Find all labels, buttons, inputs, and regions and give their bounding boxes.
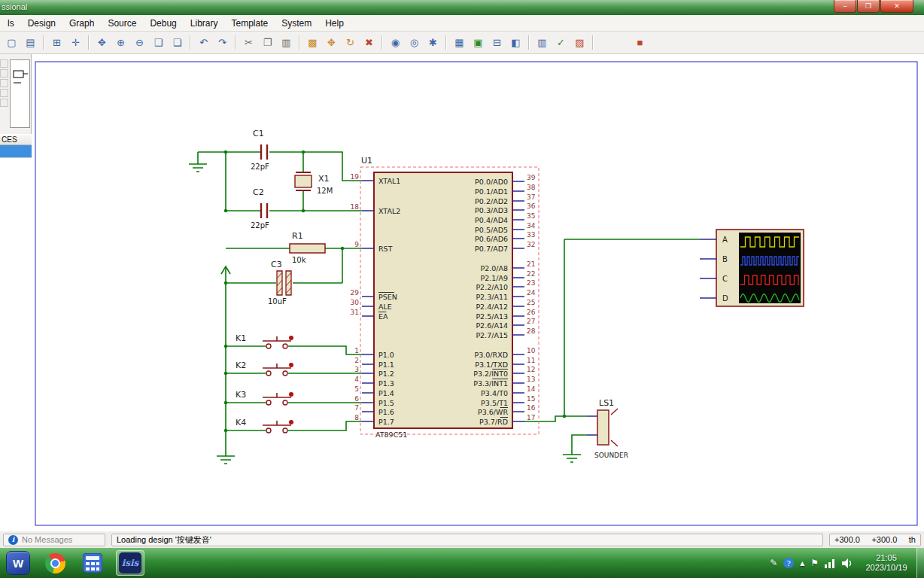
calculator-taskbar-button[interactable] [78,550,107,576]
menu-item-graph[interactable]: Graph [62,16,101,31]
component-x1[interactable]: X112M [295,172,333,195]
toggle-grid-button[interactable]: ⊞ [48,34,65,51]
schematic-canvas[interactable]: C122pFC222pFX112MR110kC310uFK1K2K3K4LS1S… [32,54,924,531]
mode-tool-button[interactable] [0,89,8,97]
component-ls1[interactable]: LS1SOUNDER [587,398,628,459]
windows-logo-icon: W [13,557,23,570]
u1-pin-number: 34 [527,222,536,230]
new-design-button[interactable]: ▢ [3,34,20,51]
zoom-out-button[interactable]: ⊖ [131,34,148,51]
component-c1[interactable]: C122pF [251,129,269,171]
close-button[interactable]: ✕ [880,0,913,13]
u1-pin-number: 39 [527,174,536,181]
toolbar-separator [445,35,447,50]
undo-button[interactable]: ↶ [195,34,212,51]
property-assignment-button[interactable]: ✱ [424,34,442,51]
taskbar-clock[interactable]: 21:05 2023/10/19 [859,553,913,573]
u1-pin-number: 16 [527,404,536,412]
volume-icon[interactable] [842,558,853,568]
u1-pin-name: P2.5/A13 [476,312,508,321]
minimize-button[interactable]: – [834,0,856,13]
object-selector-panel: CES [0,54,32,531]
open-design-button[interactable]: ▤ [22,34,39,51]
window-controls: – ❐ ✕ [833,0,913,13]
clock-time: 21:05 [859,553,913,563]
pen-icon[interactable]: ✎ [770,558,777,568]
show-desktop-button[interactable] [916,548,924,578]
u1-pin-name: P1.4 [378,389,394,397]
copy-button[interactable]: ❐ [259,34,276,51]
coord-y: +300.0 [871,535,897,544]
origin-button[interactable]: ✛ [67,34,84,51]
paste-button[interactable]: ▥ [278,34,295,51]
menu-item-help[interactable]: Help [318,16,351,31]
chrome-taskbar-button[interactable] [41,550,69,576]
u1-pin-name: P2.6/A14 [476,321,508,330]
mode-tool-button[interactable] [0,59,8,68]
menu-item-source[interactable]: Source [101,16,143,31]
toolbar-separator [299,35,300,50]
find-part-button[interactable]: ◎ [406,34,423,51]
device-list[interactable] [0,157,32,531]
help-icon[interactable]: ? [783,558,794,568]
new-sheet-button[interactable]: ▣ [470,34,487,51]
component-u1[interactable]: U1AT89C5119XTAL118XTAL29RST29PSEN30ALE31… [351,156,536,439]
status-bar: i No Messages Loading design '按键发音' +300… [0,531,924,548]
mode-tool-button[interactable] [0,69,8,78]
bill-of-materials-button[interactable]: ▥ [533,34,551,51]
selected-device-row[interactable] [0,145,32,157]
devices-header[interactable]: CES [0,134,32,145]
electrical-check-button[interactable]: ✓ [552,34,570,51]
u1-pin-name: P3.1/TXD [475,360,508,369]
u1-pin-name: P2.4/A12 [476,303,508,311]
ares-button[interactable]: ■ [631,34,649,51]
u1-pin-number: 17 [527,414,535,421]
c1-value: 22pF [251,163,269,171]
u1-pin-number: 22 [527,270,535,278]
component-r1[interactable]: R110k [290,231,325,264]
mode-tool-button[interactable] [0,99,8,107]
netlist-ares-button[interactable]: ▨ [571,34,588,51]
x1-ref: X1 [318,174,330,184]
hidden-icons-caret-icon[interactable]: ▴ [800,558,804,568]
isis-taskbar-button[interactable]: isis [116,550,144,576]
mode-tool-button[interactable] [0,79,8,87]
schematic-drawing: C122pFC222pFX112MR110kC310uFK1K2K3K4LS1S… [32,54,924,531]
block-delete-button[interactable]: ✖ [360,34,378,51]
menu-item-tools[interactable]: ls [1,16,21,31]
network-signal-icon[interactable] [825,558,836,568]
menu-item-library[interactable]: Library [184,16,225,31]
menu-item-system[interactable]: System [275,16,318,31]
remove-sheet-button[interactable]: ⊟ [488,34,506,51]
action-center-flag-icon[interactable]: ⚑ [810,558,819,568]
preview-window[interactable] [10,59,30,128]
message-indicator[interactable]: i No Messages [3,534,105,546]
block-move-button[interactable]: ✥ [323,34,340,51]
design-explorer-button[interactable]: ▦ [451,34,468,51]
cut-button[interactable]: ✂ [240,34,257,51]
u1-pin-number: 12 [527,366,535,373]
zoom-all-button[interactable]: ❑ [150,34,167,51]
u1-pin-number: 15 [527,395,535,403]
zoom-in-button[interactable]: ⊕ [112,34,129,51]
zoom-area-button[interactable]: ❏ [169,34,186,51]
u1-ref: U1 [361,156,372,166]
menu-item-debug[interactable]: Debug [143,16,183,31]
menu-item-design[interactable]: Design [21,16,62,31]
restore-button[interactable]: ❐ [857,0,880,13]
component-oscilloscope[interactable]: ABCD [700,230,804,306]
u1-pin-number: 27 [527,318,535,325]
u1-pin-name: P1.5 [378,399,394,407]
no-messages-text: No Messages [22,535,72,544]
zone-button[interactable]: ◧ [507,34,524,51]
block-copy-button[interactable]: ▩ [304,34,321,51]
start-button[interactable]: W [6,551,30,575]
u1-pin-number: 13 [527,376,535,383]
menu-item-template[interactable]: Template [224,16,275,31]
edit-part-button[interactable]: ◉ [387,34,404,51]
scope-channel-label: A [722,236,728,244]
block-rotate-button[interactable]: ↻ [342,34,359,51]
component-c2[interactable]: C222pF [251,187,269,230]
pan-button[interactable]: ✥ [93,34,111,51]
redo-button[interactable]: ↷ [214,34,231,51]
